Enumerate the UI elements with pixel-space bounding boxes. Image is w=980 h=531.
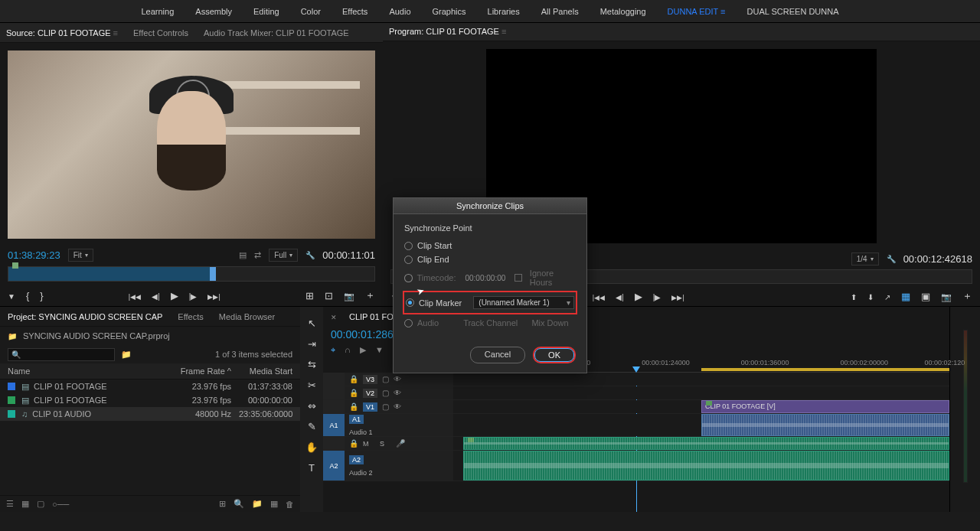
go-to-out-button[interactable] — [207, 290, 220, 301]
radio-icon[interactable] — [406, 298, 414, 307]
prog-button-editor-button[interactable] — [962, 289, 972, 303]
ripple-edit-tool[interactable]: ⇆ — [308, 359, 316, 370]
tab-effect-controls[interactable]: Effect Controls — [133, 28, 188, 37]
find-icon[interactable]: 🔍 — [234, 499, 244, 509]
toggle-output-icon[interactable]: ▢ — [382, 389, 389, 397]
prog-step-forward-button[interactable] — [653, 291, 662, 302]
project-row[interactable]: CLIP 01 FOOTAGE 23.976 fps 00:00:00:00 — [0, 393, 300, 407]
ws-assembly[interactable]: Assembly — [195, 7, 232, 16]
source-monitor[interactable] — [8, 50, 375, 239]
linked-selection-icon[interactable]: ∩ — [345, 345, 351, 354]
eye-icon[interactable]: 👁 — [394, 375, 401, 383]
comparison-view-button[interactable]: ▦ — [901, 291, 910, 302]
icon-view-icon[interactable]: ▦ — [21, 499, 29, 509]
track-v3-label[interactable]: V3 — [363, 375, 377, 384]
compare-icon[interactable]: ⇄ — [254, 250, 261, 260]
track-a2-label[interactable]: A2 — [349, 455, 364, 464]
zoom-slider-icon[interactable]: ○── — [52, 500, 69, 509]
tab-source[interactable]: Source: CLIP 01 FOOTAGE — [6, 28, 118, 37]
eye-icon[interactable]: 👁 — [394, 402, 401, 411]
track-v2-content[interactable] — [453, 386, 949, 399]
source-tc-left[interactable]: 01:38:29:23 — [8, 249, 60, 261]
add-marker-timeline-icon[interactable]: ▶ — [360, 345, 366, 355]
ws-dual-screen[interactable]: DUAL SCREEN DUNNA — [747, 7, 839, 16]
eye-icon[interactable]: 👁 — [394, 389, 401, 397]
filter-bin-icon[interactable]: 📁 — [121, 350, 132, 360]
col-name[interactable]: Name — [8, 366, 178, 376]
safe-margins-button[interactable]: ▣ — [921, 291, 930, 302]
opt-clip-marker[interactable]: Clip Marker (Unnamed Marker 1) — [406, 294, 574, 311]
track-src-patch[interactable] — [323, 386, 345, 399]
track-v1-content[interactable]: CLIP 01 FOOTAGE [V] — [453, 400, 949, 413]
tab-project[interactable]: Project: SYNCING AUDIO SCREEN CAP — [8, 312, 162, 321]
export-button[interactable] — [884, 291, 890, 302]
prog-export-frame-button[interactable] — [941, 291, 952, 302]
track-src-patch[interactable] — [323, 400, 345, 413]
mark-in-button[interactable] — [26, 290, 29, 301]
razor-tool[interactable]: ✂ — [308, 380, 316, 391]
track-src-patch[interactable] — [323, 373, 345, 386]
tab-audio-track-mixer[interactable]: Audio Track Mixer: CLIP 01 FOOTAGE — [204, 28, 349, 37]
lock-icon[interactable]: 🔒 — [349, 439, 358, 448]
prog-step-back-button[interactable] — [616, 291, 624, 302]
mark-out-button[interactable] — [40, 290, 43, 301]
hand-tool[interactable]: ✋ — [305, 441, 318, 453]
close-sequence-icon[interactable] — [331, 312, 341, 321]
track-a1-label[interactable]: A1 — [349, 415, 364, 424]
selection-tool[interactable]: ↖ — [308, 318, 316, 329]
ws-effects[interactable]: Effects — [342, 7, 368, 16]
program-zoom-dropdown[interactable]: 1/4 — [851, 252, 879, 266]
type-tool[interactable]: T — [309, 462, 315, 474]
source-scrubber[interactable] — [8, 266, 375, 282]
toggle-output-icon[interactable]: ▢ — [382, 402, 389, 411]
extract-button[interactable] — [867, 291, 874, 302]
ws-allpanels[interactable]: All Panels — [541, 7, 579, 16]
track-v2-label[interactable]: V2 — [363, 389, 377, 398]
source-zoom-dropdown[interactable]: Fit — [68, 249, 93, 262]
go-to-in-button[interactable] — [129, 290, 141, 301]
track-src-a2[interactable]: A2 — [323, 451, 345, 481]
ws-audio[interactable]: Audio — [389, 7, 410, 16]
freeform-view-icon[interactable]: ▢ — [37, 499, 44, 509]
wrench-icon[interactable] — [305, 250, 315, 259]
track-src-patch[interactable] — [323, 437, 345, 450]
pen-tool[interactable]: ✎ — [308, 421, 316, 432]
tab-media-browser[interactable]: Media Browser — [219, 312, 275, 321]
clip-marker-icon[interactable] — [706, 400, 712, 406]
mute-button[interactable]: M — [363, 440, 369, 448]
marker-dropdown[interactable]: (Unnamed Marker 1) — [473, 296, 574, 309]
radio-icon[interactable] — [404, 242, 413, 250]
project-search-input[interactable] — [8, 348, 115, 361]
delete-icon[interactable]: 🗑 — [286, 500, 294, 509]
col-frame-rate[interactable]: Frame Rate ^ — [178, 366, 231, 376]
video-clip[interactable]: CLIP 01 FOOTAGE [V] — [701, 400, 949, 413]
slip-tool[interactable]: ⇔ — [308, 400, 316, 412]
ws-learning[interactable]: Learning — [141, 7, 174, 16]
prog-go-to-in-button[interactable] — [593, 291, 605, 302]
ws-graphics[interactable]: Graphics — [433, 7, 466, 16]
insert-button[interactable]: ⊞ — [305, 290, 314, 301]
radio-icon[interactable] — [404, 256, 413, 264]
lock-icon[interactable]: 🔒 — [349, 402, 358, 411]
in-marker-icon[interactable] — [12, 262, 18, 269]
track-a2-content[interactable] — [453, 451, 949, 481]
track-select-tool[interactable]: ⇥ — [308, 338, 316, 350]
audio-clip-a1[interactable] — [701, 414, 949, 436]
lift-button[interactable] — [851, 291, 857, 302]
voice-over-icon[interactable]: 🎤 — [396, 439, 405, 448]
export-frame-button[interactable] — [344, 290, 354, 301]
tab-effects[interactable]: Effects — [178, 312, 203, 321]
audio-clip[interactable] — [463, 437, 949, 450]
overwrite-button[interactable]: ⊡ — [325, 290, 333, 301]
program-wrench-icon[interactable] — [887, 254, 896, 263]
source-resolution-dropdown[interactable]: Full — [269, 249, 298, 262]
lock-icon[interactable]: 🔒 — [349, 375, 358, 383]
ws-color[interactable]: Color — [301, 7, 321, 16]
work-area-bar[interactable] — [701, 368, 949, 371]
snap-icon[interactable]: ⌖ — [331, 345, 335, 355]
ws-dunna-edit[interactable]: DUNNA EDIT — [668, 7, 726, 16]
opt-clip-end[interactable]: Clip End — [404, 252, 576, 266]
prog-play-button[interactable] — [635, 291, 642, 302]
ws-libraries[interactable]: Libraries — [488, 7, 520, 16]
lock-icon[interactable]: 🔒 — [349, 389, 358, 397]
